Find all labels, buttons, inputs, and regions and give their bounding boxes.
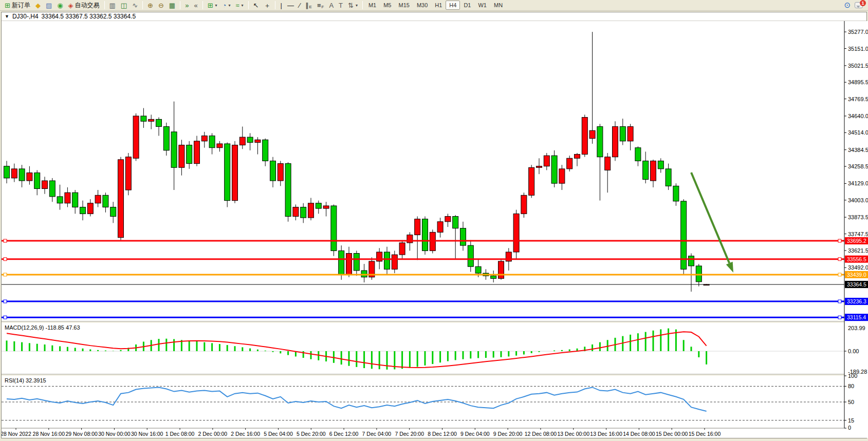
bar-chart-icon[interactable]: ▥ <box>107 1 118 10</box>
line-handle[interactable] <box>838 239 841 242</box>
candle <box>133 116 139 158</box>
svg-text:34003.0: 34003.0 <box>848 197 868 203</box>
candle <box>187 145 192 164</box>
toolbar-separator <box>180 1 180 9</box>
candle <box>323 206 329 208</box>
zoom-in-icon[interactable]: ⊕ <box>145 1 156 10</box>
arrows-icon[interactable]: ⇅▾ <box>345 1 360 10</box>
vertical-line-icon[interactable]: | <box>278 1 284 10</box>
timeframe-button-mn[interactable]: MN <box>490 1 506 10</box>
svg-text:28 Nov 2022: 28 Nov 2022 <box>2 431 31 437</box>
dropdown-arrow-icon[interactable]: ▾ <box>356 3 358 8</box>
periods-icon: ◔ <box>223 2 227 9</box>
trendline-icon[interactable]: ∕ <box>297 1 303 10</box>
chart-shift-icon[interactable]: « <box>191 1 200 10</box>
chart-frame <box>2 21 868 438</box>
tile-windows-icon[interactable]: ▦ <box>167 1 178 10</box>
dropdown-arrow-icon[interactable]: ▾ <box>242 3 244 8</box>
candle <box>201 136 207 141</box>
timeframe-button-w1[interactable]: W1 <box>474 1 490 10</box>
fibonacci-icon: ≡ <box>317 2 321 9</box>
equidistant-channel-icon[interactable]: ∥E <box>303 1 315 10</box>
candle <box>460 228 466 245</box>
signals-icon[interactable]: ◉ <box>54 1 65 10</box>
timeframe-button-m1[interactable]: M1 <box>365 1 380 10</box>
new-chart-icon: ⊞ <box>208 2 213 9</box>
new-order-button[interactable]: ⊞新订单 <box>2 1 33 10</box>
candlestick-chart-icon: ◫ <box>121 2 127 9</box>
chart-canvas[interactable]: MACD(12,26,9) -118.85 47.63RSI(14) 32.39… <box>2 21 868 438</box>
text-label-icon[interactable]: T <box>336 1 345 10</box>
candle <box>239 137 245 145</box>
line-handle[interactable] <box>838 258 841 261</box>
svg-text:12 Dec 08:00: 12 Dec 08:00 <box>525 431 557 437</box>
trendline-icon: ∕ <box>299 2 300 9</box>
search-icon[interactable]: ⊙ <box>844 1 851 10</box>
timeframe-button-h1[interactable]: H1 <box>431 1 446 10</box>
chart-collapse-icon[interactable]: ▼ <box>5 14 9 19</box>
toolbar-separator <box>275 1 275 9</box>
svg-text:34769.5: 34769.5 <box>848 96 868 102</box>
candle <box>620 127 625 141</box>
dropdown-arrow-icon[interactable]: ▾ <box>215 3 217 8</box>
candle <box>513 214 519 252</box>
algo-trading-button[interactable]: ◈自动交易 <box>66 1 102 10</box>
mql5-community-icon[interactable]: ▨ <box>43 1 54 10</box>
pane-separator[interactable] <box>2 322 844 323</box>
auto-scroll-icon[interactable]: » <box>182 1 191 10</box>
notifications-chat-icon[interactable]: 1 <box>855 2 863 8</box>
dropdown-arrow-icon[interactable]: ▾ <box>228 3 230 8</box>
candle <box>689 256 694 266</box>
candle <box>42 181 48 188</box>
timeframe-button-d1[interactable]: D1 <box>460 1 474 10</box>
line-handle[interactable] <box>4 300 7 303</box>
text-icon[interactable]: A <box>326 1 336 10</box>
candle <box>163 127 169 150</box>
candle <box>567 158 572 169</box>
zoom-out-icon[interactable]: ⊖ <box>156 1 167 10</box>
fibonacci-icon[interactable]: ≡F <box>315 1 326 10</box>
candle <box>475 266 481 273</box>
main-toolbar: ⊞新订单◆▨◉◈自动交易▥◫∿⊕⊖▦»«⊞▾◔▾≈▾↖＋|—∕∥E≡FAT⇅▾M… <box>0 0 868 11</box>
svg-text:34895.5: 34895.5 <box>848 79 868 85</box>
new-chart-button[interactable]: ⊞▾ <box>205 1 220 10</box>
timeframe-button-m15[interactable]: M15 <box>395 1 413 10</box>
svg-text:33695.2: 33695.2 <box>847 238 866 244</box>
line-handle[interactable] <box>838 316 841 319</box>
indicators-button[interactable]: ≈▾ <box>233 1 246 10</box>
line-handle[interactable] <box>4 239 7 242</box>
line-handle[interactable] <box>838 273 841 276</box>
line-chart-icon: ∿ <box>132 2 138 9</box>
line-handle[interactable] <box>4 316 7 319</box>
candle <box>65 193 70 203</box>
candle <box>34 173 40 189</box>
timeframe-button-h4[interactable]: H4 <box>446 1 460 10</box>
toolbar-separator <box>202 1 203 9</box>
svg-text:30 Nov 00:00: 30 Nov 00:00 <box>98 431 131 437</box>
timeframe-button-m30[interactable]: M30 <box>413 1 431 10</box>
notification-badge: 1 <box>860 0 866 6</box>
svg-text:9 Dec 04:00: 9 Dec 04:00 <box>460 431 490 437</box>
line-handle[interactable] <box>4 258 7 261</box>
candlestick-chart-icon[interactable]: ◫ <box>118 1 130 10</box>
zoom-in-icon: ⊕ <box>147 2 153 9</box>
line-handle[interactable] <box>4 273 7 276</box>
timeframe-button-m5[interactable]: M5 <box>380 1 395 10</box>
line-chart-icon[interactable]: ∿ <box>130 1 140 10</box>
pane-separator[interactable] <box>2 375 844 376</box>
algo-trading-icon: ◈ <box>68 2 73 9</box>
svg-text:0.00: 0.00 <box>848 348 859 354</box>
candle <box>673 186 679 201</box>
svg-text:9 Dec 20:00: 9 Dec 20:00 <box>493 431 523 437</box>
periods-button[interactable]: ◔▾ <box>220 1 233 10</box>
cursor-icon[interactable]: ↖ <box>251 1 262 10</box>
mt-terminal-window: ⊞新订单◆▨◉◈自动交易▥◫∿⊕⊖▦»«⊞▾◔▾≈▾↖＋|—∕∥E≡FAT⇅▾M… <box>0 0 868 441</box>
horizontal-line-icon[interactable]: — <box>285 1 297 10</box>
chart-shift-icon: « <box>194 2 197 9</box>
crosshair-icon[interactable]: ＋ <box>261 1 273 10</box>
candle <box>293 207 299 216</box>
market-watch-icon[interactable]: ◆ <box>33 1 43 10</box>
svg-text:33873.5: 33873.5 <box>848 214 868 220</box>
line-handle[interactable] <box>838 300 841 303</box>
candle <box>415 219 420 235</box>
